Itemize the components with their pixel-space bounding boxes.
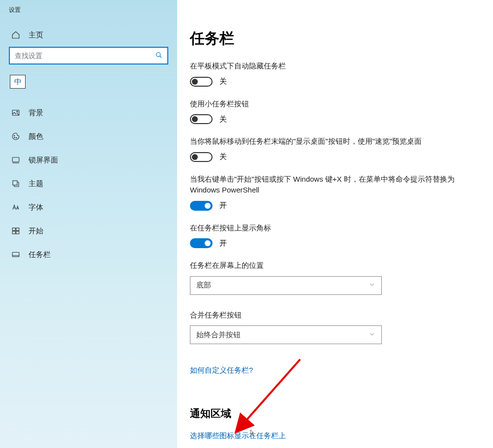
svg-rect-10 — [12, 228, 15, 230]
lockscreen-icon — [11, 155, 21, 165]
toggle-state-text: 关 — [219, 115, 227, 124]
svg-point-3 — [17, 111, 18, 112]
themes-icon — [11, 179, 21, 189]
search-input[interactable] — [9, 47, 168, 64]
toggle-state-text: 关 — [219, 152, 227, 161]
page-title: 任务栏 — [190, 29, 478, 49]
toggle-auto-hide-tablet[interactable] — [190, 77, 213, 87]
sidebar-item-label: 背景 — [29, 108, 43, 118]
svg-rect-7 — [12, 158, 19, 162]
toggle-badges[interactable] — [190, 238, 213, 248]
home-icon — [11, 30, 21, 40]
toggle-powershell[interactable] — [190, 201, 213, 211]
setting-powershell: 当我右键单击"开始"按钮或按下 Windows 键+X 时，在菜单中将命令提示符… — [190, 174, 478, 211]
setting-label: 合并任务栏按钮 — [190, 310, 478, 321]
nav-list: 背景 颜色 锁屏界面 主题 — [0, 101, 177, 266]
ime-indicator[interactable]: 中 — [10, 75, 26, 89]
link-select-icons[interactable]: 选择哪些图标显示在任务栏上 — [190, 431, 478, 441]
setting-peek-desktop: 当你将鼠标移动到任务栏末端的"显示桌面"按钮时，使用"速览"预览桌面 关 — [190, 136, 478, 162]
setting-label: 使用小任务栏按钮 — [190, 98, 478, 110]
setting-small-buttons: 使用小任务栏按钮 关 — [190, 98, 478, 125]
nav-home[interactable]: 主页 — [0, 23, 177, 47]
svg-rect-14 — [12, 253, 19, 257]
svg-rect-11 — [16, 228, 19, 230]
setting-label: 在任务栏按钮上显示角标 — [190, 223, 478, 234]
setting-combine: 合并任务栏按钮 始终合并按钮 — [190, 310, 478, 345]
setting-badges: 在任务栏按钮上显示角标 开 — [190, 223, 478, 249]
chevron-down-icon — [369, 331, 375, 339]
sidebar-item-label: 主题 — [29, 179, 43, 189]
main-content: 任务栏 在平板模式下自动隐藏任务栏 关 使用小任务栏按钮 关 当你将鼠标移动到任… — [177, 0, 493, 448]
dropdown-position[interactable]: 底部 — [190, 276, 382, 295]
dropdown-combine[interactable]: 始终合并按钮 — [190, 325, 382, 344]
sidebar-item-label: 颜色 — [29, 132, 43, 141]
app-title: 设置 — [0, 4, 177, 23]
font-icon — [11, 202, 21, 212]
svg-line-1 — [160, 56, 162, 58]
svg-point-6 — [16, 137, 17, 138]
toggle-small-buttons[interactable] — [190, 114, 213, 124]
setting-position: 任务栏在屏幕上的位置 底部 — [190, 260, 478, 295]
section-header-notification: 通知区域 — [190, 407, 478, 420]
picture-icon — [11, 108, 21, 118]
sidebar-item-lockscreen[interactable]: 锁屏界面 — [0, 148, 177, 172]
sidebar: 设置 主页 中 背景 — [0, 0, 177, 448]
setting-label: 任务栏在屏幕上的位置 — [190, 260, 478, 271]
svg-point-4 — [14, 135, 15, 136]
setting-auto-hide-tablet: 在平板模式下自动隐藏任务栏 关 — [190, 61, 478, 87]
toggle-state-text: 开 — [219, 201, 227, 210]
setting-label: 在平板模式下自动隐藏任务栏 — [190, 61, 478, 72]
toggle-peek-desktop[interactable] — [190, 152, 213, 162]
svg-rect-12 — [12, 231, 15, 234]
svg-rect-13 — [16, 231, 19, 234]
dropdown-value: 始终合并按钮 — [196, 330, 241, 340]
svg-rect-9 — [13, 181, 17, 185]
sidebar-item-themes[interactable]: 主题 — [0, 172, 177, 195]
toggle-state-text: 开 — [219, 239, 227, 248]
setting-label: 当你将鼠标移动到任务栏末端的"显示桌面"按钮时，使用"速览"预览桌面 — [190, 136, 478, 147]
dropdown-value: 底部 — [196, 281, 211, 290]
setting-label: 当我右键单击"开始"按钮或按下 Windows 键+X 时，在菜单中将命令提示符… — [190, 174, 478, 196]
svg-point-5 — [14, 137, 15, 138]
palette-icon — [11, 131, 21, 141]
toggle-state-text: 关 — [219, 77, 227, 86]
sidebar-item-label: 锁屏界面 — [29, 156, 58, 165]
search-field[interactable] — [15, 52, 155, 60]
sidebar-item-fonts[interactable]: 字体 — [0, 195, 177, 219]
sidebar-item-background[interactable]: 背景 — [0, 101, 177, 125]
chevron-down-icon — [369, 281, 375, 289]
sidebar-item-start[interactable]: 开始 — [0, 219, 177, 243]
sidebar-item-label: 开始 — [29, 226, 43, 236]
sidebar-item-taskbar[interactable]: 任务栏 — [0, 243, 177, 266]
start-icon — [11, 226, 21, 236]
search-icon — [155, 52, 162, 60]
nav-home-label: 主页 — [29, 31, 43, 40]
taskbar-icon — [11, 250, 21, 259]
svg-point-0 — [156, 52, 160, 56]
help-link[interactable]: 如何自定义任务栏? — [190, 366, 253, 375]
sidebar-item-label: 任务栏 — [29, 250, 51, 259]
sidebar-item-colors[interactable]: 颜色 — [0, 125, 177, 148]
sidebar-item-label: 字体 — [29, 203, 43, 212]
